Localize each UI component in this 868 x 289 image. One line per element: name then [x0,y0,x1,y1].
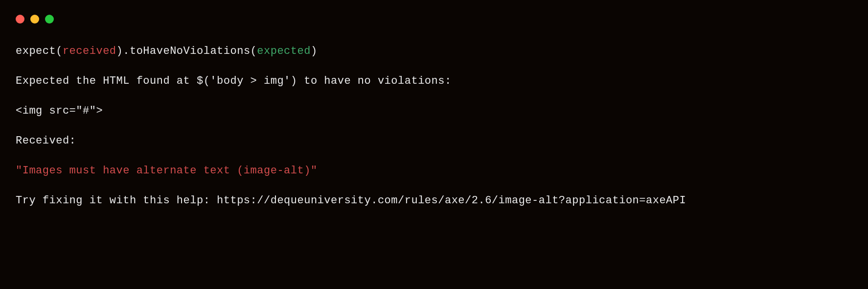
violation-message: "Images must have alternate text (image-… [16,163,852,179]
expected-description: Expected the HTML found at $('body > img… [16,73,852,89]
terminal-output: expect(received).toHaveNoViolations(expe… [16,43,852,209]
html-snippet: <img src="#"> [16,103,852,119]
text-part: ) [311,45,318,57]
expected-text: expected [257,45,311,57]
close-icon[interactable] [16,15,24,24]
received-text: received [63,45,116,57]
text-part: ).toHaveNoViolations( [116,45,257,57]
window-controls [16,15,852,24]
received-label: Received: [16,133,852,149]
minimize-icon[interactable] [30,15,39,24]
assertion-line: expect(received).toHaveNoViolations(expe… [16,43,852,59]
maximize-icon[interactable] [45,15,54,24]
help-link-line: Try fixing it with this help: https://de… [16,193,852,209]
text-part: expect( [16,45,63,57]
